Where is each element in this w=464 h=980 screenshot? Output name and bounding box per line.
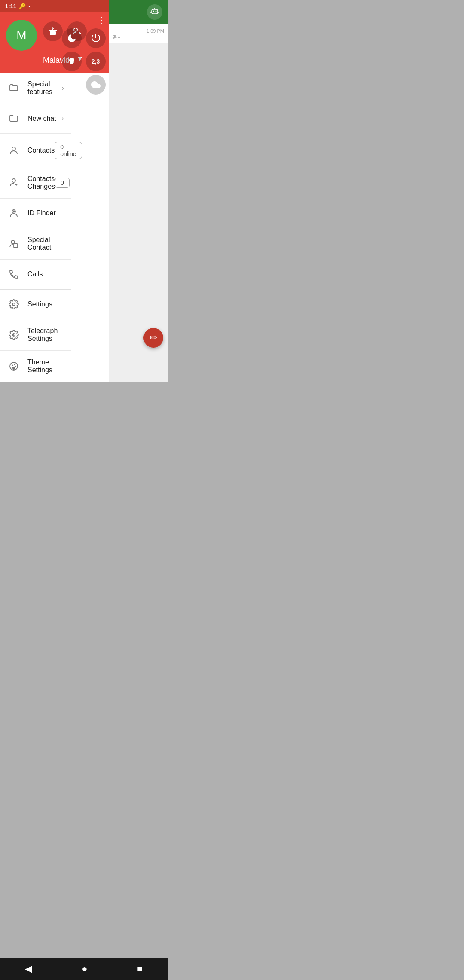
svg-point-13 [12, 179, 15, 182]
menu-item-telegraph-settings[interactable]: T Telegraph Settings [0, 319, 71, 351]
svg-point-16 [11, 240, 15, 244]
power-button[interactable] [86, 28, 106, 48]
special-contact-label: Special Contact [27, 236, 64, 251]
svg-rect-17 [14, 244, 18, 248]
lock-icon: 🔑 [19, 3, 26, 9]
menu-item-special-contact[interactable]: Special Contact [0, 228, 71, 260]
badge-button[interactable]: 2,3 [86, 52, 106, 71]
menu-item-theme-settings[interactable]: Theme Settings [0, 351, 71, 382]
special-features-label: Special features [27, 80, 61, 96]
time-display: 1:11 [5, 3, 16, 9]
robot-icon [147, 4, 162, 20]
bottom-icons-row: 2,3 [62, 52, 106, 71]
chat-list-item: 1:09 PM gr... [109, 24, 168, 43]
svg-point-23 [14, 364, 15, 365]
svg-point-15 [13, 211, 15, 212]
compose-fab[interactable]: ✏ [143, 328, 163, 348]
svg-point-1 [156, 11, 157, 12]
avatar-letter: M [16, 28, 26, 42]
contacts-sync-icon [7, 176, 21, 190]
menu-item-id-finder[interactable]: ID Finder [0, 199, 71, 228]
id-finder-label: ID Finder [27, 209, 64, 217]
edit-icon: ✏ [150, 332, 157, 343]
cloud-button[interactable] [86, 75, 106, 95]
svg-point-4 [154, 8, 155, 9]
folder-icon-2 [7, 112, 21, 126]
more-options-icon[interactable]: ⋮ [98, 15, 106, 25]
svg-point-22 [12, 365, 13, 366]
cloud-row [86, 75, 106, 95]
palette-icon [7, 359, 21, 373]
menu-item-special-features[interactable]: Special features › [0, 73, 71, 104]
user-avatar[interactable]: M [6, 20, 37, 51]
contacts-label: Contacts [27, 147, 55, 154]
svg-text:T: T [13, 334, 15, 337]
menu-item-settings[interactable]: Settings [0, 290, 71, 319]
badge-value: 2,3 [92, 58, 100, 65]
telegraph-settings-icon: T [7, 328, 21, 342]
svg-point-24 [15, 366, 16, 368]
chat-list-header [109, 0, 168, 24]
profile-header: ⋮ [0, 12, 109, 73]
contacts-changes-badge: 0 [55, 178, 70, 188]
background-panel: 1:09 PM gr... ✏ [109, 0, 168, 382]
chevron-right-icon-2: › [61, 115, 64, 122]
menu-item-contacts[interactable]: Contacts 0 online [0, 134, 71, 167]
new-chat-label: New chat [27, 115, 61, 122]
phone-icon [7, 267, 21, 281]
chat-time: 1:09 PM [113, 28, 165, 34]
telegraph-settings-label: Telegraph Settings [27, 327, 64, 343]
gift-button[interactable] [43, 21, 63, 41]
settings-icon [7, 297, 21, 311]
contacts-badge: 0 online [55, 142, 82, 159]
special-contact-icon [7, 237, 21, 251]
svg-point-0 [153, 11, 154, 12]
menu-list: Special features › New chat › [0, 73, 71, 382]
chevron-right-icon: › [61, 84, 64, 92]
calls-label: Calls [27, 270, 64, 278]
dot-indicator: ● [28, 4, 31, 8]
top-icons-row [62, 28, 106, 48]
contacts-icon [7, 144, 21, 157]
id-finder-icon [7, 206, 21, 220]
chat-preview: gr... [113, 34, 165, 39]
moon-button[interactable] [62, 28, 82, 48]
status-left: 1:11 🔑 ● [5, 3, 31, 9]
left-drawer: ⋮ [0, 12, 109, 382]
theme-settings-label: Theme Settings [27, 358, 64, 374]
menu-item-calls[interactable]: Calls [0, 260, 71, 289]
svg-rect-2 [152, 9, 158, 14]
contacts-changes-label: Contacts Changes [27, 175, 55, 190]
menu-item-new-chat[interactable]: New chat › [0, 104, 71, 134]
menu-item-contacts-changes[interactable]: Contacts Changes 0 [0, 167, 71, 199]
folder-icon [7, 81, 21, 95]
settings-label: Settings [27, 300, 64, 308]
lightbulb-button[interactable] [62, 52, 82, 71]
svg-point-18 [12, 303, 15, 306]
svg-point-12 [12, 147, 15, 150]
